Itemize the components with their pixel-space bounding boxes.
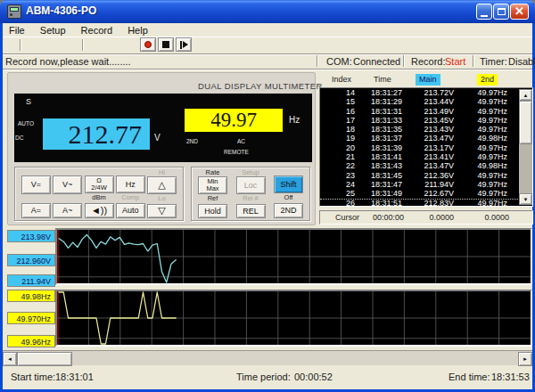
timer-label: Timer: — [480, 56, 507, 67]
table-cell: 21 — [320, 152, 355, 161]
table-row[interactable]: 2418:31:47211.94V49.97Hz — [320, 180, 532, 189]
menu-item-file[interactable]: File — [3, 23, 31, 37]
key-range-down[interactable]: ▽ — [147, 204, 177, 218]
titlebar[interactable]: ABM-4306-PO ✕ — [0, 0, 535, 23]
toolbar-separator — [82, 39, 84, 51]
table-row[interactable]: 2118:31:41213.41V49.97Hz — [320, 152, 532, 161]
annunciator-ac: AC — [237, 138, 245, 144]
table-row[interactable]: 2518:31:49212.67V49.97Hz — [320, 189, 532, 198]
table-cell: 49.97Hz — [454, 180, 507, 189]
second-display-value: 49.97 — [185, 109, 283, 132]
bar-play-icon — [180, 41, 188, 49]
cursor-label: Cursor — [320, 211, 359, 224]
key-caption: Off — [274, 193, 303, 201]
key-hz[interactable]: Hz — [116, 176, 145, 193]
table-cell: 18:31:33 — [355, 116, 402, 125]
chart-horizontal-scrollbar[interactable]: ◄ ► — [3, 350, 532, 365]
menu-item-record[interactable]: Record — [75, 23, 119, 37]
status-message: Record now,please wait........ — [5, 56, 131, 67]
table-header-time: Time — [374, 75, 391, 84]
menu-item-help[interactable]: Help — [121, 23, 154, 37]
second-frequency-plot[interactable] — [57, 291, 531, 345]
scroll-down-button[interactable]: ▼ — [519, 193, 532, 205]
key-label: V~ — [62, 180, 72, 189]
table-cell: 49.97Hz — [454, 200, 507, 207]
key-volts-dc[interactable]: V= — [21, 176, 51, 194]
keypad-column: SetupLocRel #REL — [236, 168, 266, 218]
table-header-2nd[interactable]: 2nd — [477, 74, 498, 86]
main-display-value: 212.77 — [43, 118, 150, 150]
key-ohms-2-4-wire[interactable]: Ω2/4W — [85, 176, 114, 193]
key-caption: Comp — [116, 193, 145, 201]
table-row[interactable]: 2318:31:45212.36V49.97Hz — [320, 171, 532, 180]
table-vertical-scrollbar[interactable]: ▲ ▼ — [519, 89, 532, 205]
keypad-right-group: RateMinMaxRefHoldSetupLocRel #RELShiftOf… — [191, 167, 310, 221]
table-row[interactable]: 1918:31:37213.47V49.98Hz — [320, 134, 532, 143]
cursor-time: 00:00:00 — [359, 211, 404, 224]
scroll-left-button[interactable]: ◄ — [3, 352, 17, 366]
status-separator — [403, 55, 405, 67]
meter-title: DUAL DISPLAY MULTIMETER — [198, 81, 323, 91]
key-label: △ — [158, 179, 165, 191]
divider — [3, 69, 532, 70]
close-button[interactable]: ✕ — [510, 4, 529, 20]
table-cell: 213.47V — [402, 161, 454, 170]
annunciator-remote: REMOTE — [224, 149, 249, 155]
table-cell: 213.44V — [402, 97, 454, 106]
end-time-label: End time: — [449, 372, 490, 382]
table-cell: 22 — [320, 161, 355, 170]
table-cell: 18:31:27 — [355, 88, 402, 97]
menu-item-setup[interactable]: Setup — [34, 23, 72, 37]
table-cell: 213.49V — [402, 107, 454, 116]
table-header-main[interactable]: Main — [416, 74, 440, 86]
scroll-up-button[interactable]: ▲ — [519, 89, 532, 101]
key-label: 2ND — [280, 206, 296, 215]
table-cell: 18:31:29 — [355, 97, 402, 106]
stop-button[interactable] — [158, 37, 174, 52]
table-row[interactable]: 2618:31:51212.83V49.97Hz — [320, 199, 532, 207]
key-range-up[interactable]: △ — [147, 176, 177, 194]
key-label: 2/4W — [91, 184, 107, 192]
key-loc[interactable]: Loc — [236, 176, 266, 194]
table-cell: 18:31:39 — [355, 143, 402, 152]
key-min-max[interactable]: MinMax — [198, 176, 227, 194]
maximize-button[interactable] — [493, 4, 509, 20]
key-2nd[interactable]: 2ND — [274, 203, 303, 218]
key-shift[interactable]: Shift — [274, 176, 303, 193]
minimize-button[interactable] — [476, 4, 492, 20]
table-row[interactable]: 2218:31:43213.47V49.98Hz — [320, 161, 532, 170]
key-auto-range[interactable]: Auto — [116, 203, 145, 218]
record-label: Record: — [411, 56, 446, 67]
table-row[interactable]: 1618:31:31213.49V49.97Hz — [320, 107, 532, 116]
key-caption — [21, 194, 51, 201]
key-caption — [53, 194, 82, 201]
key-amps-ac[interactable]: A~ — [53, 203, 82, 219]
key-continuity-beeper[interactable]: ◄)) — [85, 203, 114, 218]
table-row[interactable]: 1718:31:33213.45V49.97Hz — [320, 116, 532, 125]
scrollbar-thumb[interactable] — [17, 352, 72, 366]
time-period-value: 00:00:52 — [294, 372, 333, 382]
y-axis-label-volt-min: 211.94V — [7, 274, 55, 287]
main-voltage-chart[interactable] — [55, 228, 532, 285]
step-play-button[interactable] — [176, 37, 192, 52]
table-row[interactable]: 1418:31:27213.72V49.97Hz — [320, 88, 532, 97]
second-frequency-chart[interactable] — [55, 290, 532, 347]
scroll-right-button[interactable]: ► — [518, 352, 532, 366]
start-time-label: Start time: — [11, 372, 55, 382]
key-amps-dc[interactable]: A= — [21, 203, 51, 219]
keypad-column: Ω2/4WdBm◄)) — [85, 168, 114, 218]
table-cell: 212.36V — [402, 171, 454, 180]
scrollbar-thumb[interactable] — [519, 101, 532, 144]
keypad-column: Hi△Lo▽ — [147, 168, 177, 218]
table-row[interactable]: 1518:31:29213.44V49.97Hz — [320, 97, 532, 106]
y-axis-label-volt-max: 213.98V — [7, 230, 55, 242]
table-cell: 212.67V — [402, 189, 454, 198]
main-voltage-plot[interactable] — [57, 230, 531, 283]
table-row[interactable]: 1818:31:35213.43V49.97Hz — [320, 125, 532, 134]
key-rel[interactable]: REL — [236, 204, 266, 218]
record-button[interactable] — [140, 37, 156, 52]
table-row[interactable]: 2018:31:39213.17V49.97Hz — [320, 143, 532, 152]
y-axis-label-freq-max: 49.98Hz — [7, 290, 55, 302]
key-hold[interactable]: Hold — [198, 204, 227, 218]
key-volts-ac[interactable]: V~ — [53, 176, 82, 194]
